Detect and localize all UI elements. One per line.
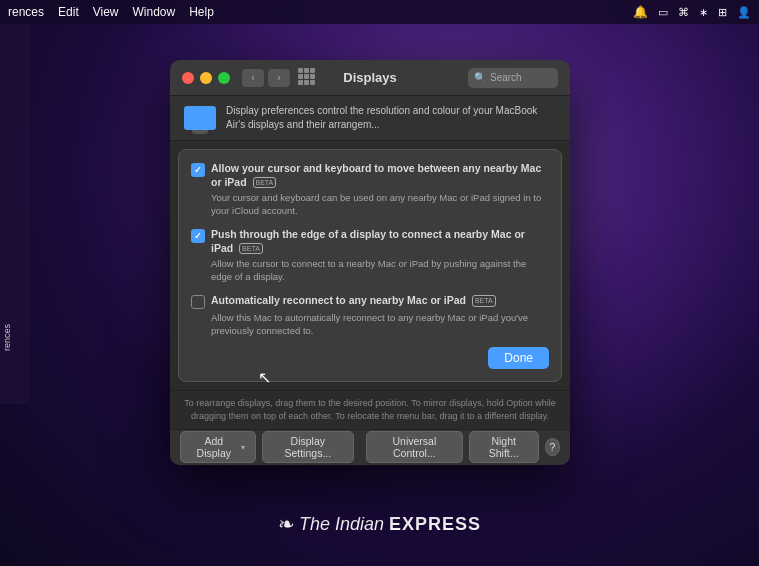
display-icon bbox=[184, 106, 216, 130]
checkbox-item-3: ✓ Automatically reconnect to any nearby … bbox=[191, 294, 549, 338]
checkbox-row-3: ✓ Automatically reconnect to any nearby … bbox=[191, 294, 549, 309]
beta-badge-3: BETA bbox=[472, 295, 496, 306]
left-app-panel: rences bbox=[0, 24, 30, 404]
checkbox-label-3: Automatically reconnect to any nearby Ma… bbox=[211, 294, 496, 308]
traffic-lights bbox=[182, 72, 230, 84]
maximize-button[interactable] bbox=[218, 72, 230, 84]
checkbox-label-1: Allow your cursor and keyboard to move b… bbox=[211, 162, 549, 189]
done-button[interactable]: Done bbox=[488, 347, 549, 369]
user-icon[interactable]: 👤 bbox=[737, 6, 751, 19]
battery-icon: ▭ bbox=[658, 6, 668, 19]
add-display-button[interactable]: Add Display ▾ bbox=[180, 431, 256, 463]
grid-view-button[interactable] bbox=[298, 68, 318, 88]
watermark-icon: ❧ bbox=[278, 512, 295, 536]
left-panel-text: rences bbox=[2, 324, 12, 351]
close-button[interactable] bbox=[182, 72, 194, 84]
checkmark-1: ✓ bbox=[194, 165, 202, 175]
checkbox-row-1: ✓ Allow your cursor and keyboard to move… bbox=[191, 162, 549, 189]
checkbox-2[interactable]: ✓ bbox=[191, 229, 205, 243]
checkbox-row-2: ✓ Push through the edge of a display to … bbox=[191, 228, 549, 255]
displays-window: ‹ › Displays 🔍 Search Display preference… bbox=[170, 60, 570, 465]
checkmark-2: ✓ bbox=[194, 231, 202, 241]
checkbox-desc-1: Your cursor and keyboard can be used on … bbox=[211, 192, 549, 218]
search-box[interactable]: 🔍 Search bbox=[468, 68, 558, 88]
search-placeholder: Search bbox=[490, 72, 522, 83]
watermark-bold: EXPRESS bbox=[389, 514, 481, 534]
menu-item-window[interactable]: Window bbox=[133, 5, 176, 19]
checkbox-item-2: ✓ Push through the edge of a display to … bbox=[191, 228, 549, 284]
watermark-text: The Indian EXPRESS bbox=[299, 514, 481, 535]
menu-item-preferences[interactable]: rences bbox=[8, 5, 44, 19]
checkbox-desc-3: Allow this Mac to automatically reconnec… bbox=[211, 312, 549, 338]
menubar-right: 🔔 ▭ ⌘ ∗ ⊞ 👤 bbox=[633, 5, 751, 19]
forward-button[interactable]: › bbox=[268, 69, 290, 87]
night-shift-button[interactable]: Night Shift... bbox=[469, 431, 539, 463]
rearrange-hint: To rearrange displays, drag them to the … bbox=[170, 390, 570, 428]
watermark-italic: The Indian bbox=[299, 514, 384, 534]
done-row: Done bbox=[191, 347, 549, 369]
control-center-icon[interactable]: ⊞ bbox=[718, 6, 727, 19]
nav-buttons: ‹ › bbox=[242, 69, 290, 87]
back-button[interactable]: ‹ bbox=[242, 69, 264, 87]
watermark: ❧ The Indian EXPRESS bbox=[278, 512, 481, 536]
universal-control-button[interactable]: Universal Control... bbox=[366, 431, 463, 463]
checkbox-label-2: Push through the edge of a display to co… bbox=[211, 228, 549, 255]
display-header: Display preferences control the resoluti… bbox=[170, 96, 570, 141]
checkmark-3: ✓ bbox=[194, 297, 202, 307]
beta-badge-1: BETA bbox=[253, 177, 277, 188]
wifi-icon[interactable]: ⌘ bbox=[678, 6, 689, 19]
universal-control-popup: ✓ Allow your cursor and keyboard to move… bbox=[178, 149, 562, 382]
titlebar: ‹ › Displays 🔍 Search bbox=[170, 60, 570, 96]
menu-item-view[interactable]: View bbox=[93, 5, 119, 19]
menu-item-edit[interactable]: Edit bbox=[58, 5, 79, 19]
menubar: rences Edit View Window Help 🔔 ▭ ⌘ ∗ ⊞ 👤 bbox=[0, 0, 759, 24]
checkbox-3[interactable]: ✓ bbox=[191, 295, 205, 309]
checkbox-item-1: ✓ Allow your cursor and keyboard to move… bbox=[191, 162, 549, 218]
add-display-dropdown-arrow: ▾ bbox=[241, 443, 245, 452]
minimize-button[interactable] bbox=[200, 72, 212, 84]
display-settings-button[interactable]: Display Settings... bbox=[262, 431, 354, 463]
menu-item-help[interactable]: Help bbox=[189, 5, 214, 19]
bluetooth-icon[interactable]: ∗ bbox=[699, 6, 708, 19]
window-toolbar: Add Display ▾ Display Settings... Univer… bbox=[170, 429, 570, 465]
help-button[interactable]: ? bbox=[545, 438, 560, 456]
beta-badge-2: BETA bbox=[239, 243, 263, 254]
search-icon: 🔍 bbox=[474, 72, 486, 83]
display-header-text: Display preferences control the resoluti… bbox=[226, 104, 556, 132]
window-title: Displays bbox=[343, 70, 396, 85]
checkbox-desc-2: Allow the cursor to connect to a nearby … bbox=[211, 258, 549, 284]
menubar-left: rences Edit View Window Help bbox=[8, 5, 214, 19]
checkbox-1[interactable]: ✓ bbox=[191, 163, 205, 177]
bell-icon[interactable]: 🔔 bbox=[633, 5, 648, 19]
